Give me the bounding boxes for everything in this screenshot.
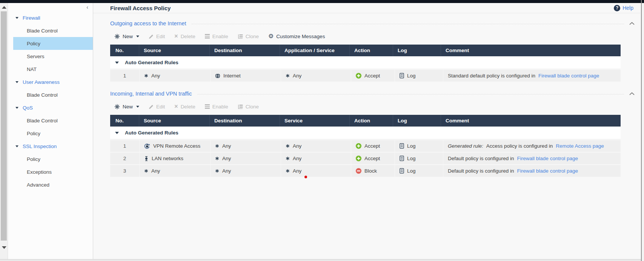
service-value: Any bbox=[293, 168, 301, 174]
comment-link[interactable]: Remote Access page bbox=[556, 143, 604, 149]
action-value: Block bbox=[364, 168, 377, 174]
any-icon bbox=[286, 156, 290, 161]
section-title[interactable]: Incoming, Internal and VPN traffic bbox=[110, 91, 192, 97]
enable-button[interactable]: Enable bbox=[205, 103, 228, 110]
window-right-gutter bbox=[642, 3, 644, 261]
table-header-row: No. Source Destination Service Action Lo… bbox=[110, 115, 621, 127]
column-header-service: Service bbox=[280, 115, 350, 127]
new-button-label: New bbox=[123, 104, 133, 110]
triangle-down-icon[interactable] bbox=[115, 62, 119, 64]
log-icon bbox=[400, 143, 404, 149]
sidebar-item-policy-ssl[interactable]: Policy bbox=[13, 153, 93, 165]
service-value: Any bbox=[293, 73, 301, 79]
accept-icon bbox=[356, 73, 361, 79]
source-value: Any bbox=[151, 168, 160, 174]
customize-messages-label: Customize Messages bbox=[276, 34, 325, 39]
sidebar-item-label: Policy bbox=[27, 131, 40, 136]
sidebar-item-blade-control-user-awareness[interactable]: Blade Control bbox=[13, 88, 93, 101]
column-header-destination: Destination bbox=[210, 115, 280, 127]
sidebar-item-policy-firewall[interactable]: Policy bbox=[13, 37, 93, 50]
scrollbar-thumb[interactable] bbox=[1, 11, 7, 241]
triangle-down-icon bbox=[15, 145, 18, 147]
service-value: Any bbox=[293, 143, 301, 149]
column-header-no: No. bbox=[110, 45, 139, 56]
new-button-label: New bbox=[123, 34, 133, 39]
sidebar-item-blade-control-firewall[interactable]: Blade Control bbox=[13, 24, 93, 37]
triangle-down-icon[interactable] bbox=[115, 132, 119, 134]
table-row[interactable]: 1 Any Internet Any Accept Log Standard d… bbox=[110, 70, 621, 82]
comment-link[interactable]: Firewall blade control page bbox=[517, 168, 578, 174]
bars-icon bbox=[205, 103, 210, 110]
sidebar-item-label: Policy bbox=[27, 156, 40, 162]
column-header-log: Log bbox=[393, 115, 441, 127]
destination-value: Any bbox=[222, 156, 231, 161]
click-indicator-dot bbox=[304, 176, 307, 178]
new-button[interactable]: New bbox=[114, 34, 139, 39]
clone-button-label: Clone bbox=[246, 104, 259, 110]
enable-button[interactable]: Enable bbox=[205, 33, 228, 39]
table-row[interactable]: 1 VPN Remote Access Any Any Accept Log G… bbox=[110, 140, 621, 152]
sidebar-group-label: User Awareness bbox=[23, 79, 60, 85]
delete-button[interactable]: × Delete bbox=[174, 34, 195, 39]
clone-button[interactable]: Clone bbox=[238, 104, 259, 110]
sidebar-group-ssl-inspection[interactable]: SSL Inspection bbox=[8, 140, 93, 153]
sidebar-nav: ‹ Firewall Blade Control Policy Servers … bbox=[8, 3, 93, 261]
section-divider-dots bbox=[192, 24, 624, 24]
sidebar-group-label: QoS bbox=[23, 105, 33, 111]
chevron-up-icon[interactable] bbox=[629, 22, 635, 25]
delete-button[interactable]: × Delete bbox=[174, 104, 195, 110]
rule-number: 1 bbox=[110, 140, 139, 152]
enable-button-label: Enable bbox=[212, 34, 228, 39]
sidebar-group-firewall[interactable]: Firewall bbox=[8, 11, 93, 24]
star-burst-icon bbox=[114, 34, 120, 39]
log-icon bbox=[400, 73, 404, 79]
comment-link[interactable]: Firewall blade control page bbox=[517, 156, 578, 161]
globe-icon bbox=[215, 73, 220, 79]
any-icon bbox=[286, 144, 290, 148]
bars-icon bbox=[205, 33, 210, 39]
customize-messages-button[interactable]: ⚙ Customize Messages bbox=[268, 33, 325, 39]
scroll-down-arrow-icon[interactable] bbox=[2, 246, 6, 249]
scroll-up-arrow-icon[interactable] bbox=[2, 6, 6, 9]
new-button[interactable]: New bbox=[114, 104, 139, 110]
log-icon bbox=[400, 168, 404, 174]
log-value: Log bbox=[407, 143, 416, 149]
lan-icon bbox=[144, 156, 149, 161]
sidebar-group-qos[interactable]: QoS bbox=[8, 101, 93, 114]
column-header-destination: Destination bbox=[210, 45, 280, 56]
table-row[interactable]: 3 Any Any Any Block Log Default policy i… bbox=[110, 165, 621, 177]
sidebar-collapse-icon[interactable]: ‹ bbox=[86, 5, 88, 10]
section-incoming: Incoming, Internal and VPN traffic New E… bbox=[110, 91, 635, 177]
sidebar-item-policy-qos[interactable]: Policy bbox=[13, 127, 93, 140]
sidebar-group-user-awareness[interactable]: User Awareness bbox=[8, 76, 93, 88]
sidebar-item-nat[interactable]: NAT bbox=[13, 63, 93, 76]
question-circle-icon: ? bbox=[614, 5, 620, 11]
sidebar-item-label: Blade Control bbox=[27, 28, 58, 34]
sidebar-item-label: Advanced bbox=[27, 182, 49, 188]
pencil-icon bbox=[149, 104, 154, 109]
any-icon bbox=[144, 74, 148, 78]
sidebar-item-exceptions[interactable]: Exceptions bbox=[13, 165, 93, 178]
edit-button-label: Edit bbox=[156, 104, 165, 110]
sidebar-item-servers[interactable]: Servers bbox=[13, 50, 93, 63]
sidebar-item-blade-control-qos[interactable]: Blade Control bbox=[13, 114, 93, 127]
chevron-up-icon[interactable] bbox=[629, 92, 635, 95]
clone-button[interactable]: Clone bbox=[238, 34, 259, 39]
group-row-auto-generated[interactable]: Auto Generated Rules bbox=[110, 127, 621, 139]
accept-icon bbox=[356, 143, 361, 149]
section-title[interactable]: Outgoing access to the Internet bbox=[110, 20, 186, 26]
comment-link[interactable]: Firewall blade control page bbox=[538, 73, 599, 79]
edit-button[interactable]: Edit bbox=[149, 34, 165, 39]
table-row[interactable]: 2 LAN networks Any Any Accept Log Defaul… bbox=[110, 153, 621, 164]
toolbar-outgoing: New Edit × Delete Enable Clone ⚙ Custo bbox=[114, 32, 635, 40]
source-value: LAN networks bbox=[152, 156, 183, 161]
outgoing-rules-table: No. Source Destination Application / Ser… bbox=[110, 45, 621, 82]
group-row-auto-generated[interactable]: Auto Generated Rules bbox=[110, 56, 621, 69]
sidebar-item-advanced[interactable]: Advanced bbox=[13, 178, 93, 191]
help-button[interactable]: ? Help bbox=[614, 5, 633, 11]
log-value: Log bbox=[407, 156, 416, 161]
rule-number: 2 bbox=[110, 153, 139, 164]
page-vertical-scrollbar[interactable] bbox=[0, 3, 8, 261]
rule-number: 1 bbox=[110, 70, 139, 82]
edit-button[interactable]: Edit bbox=[149, 104, 165, 110]
